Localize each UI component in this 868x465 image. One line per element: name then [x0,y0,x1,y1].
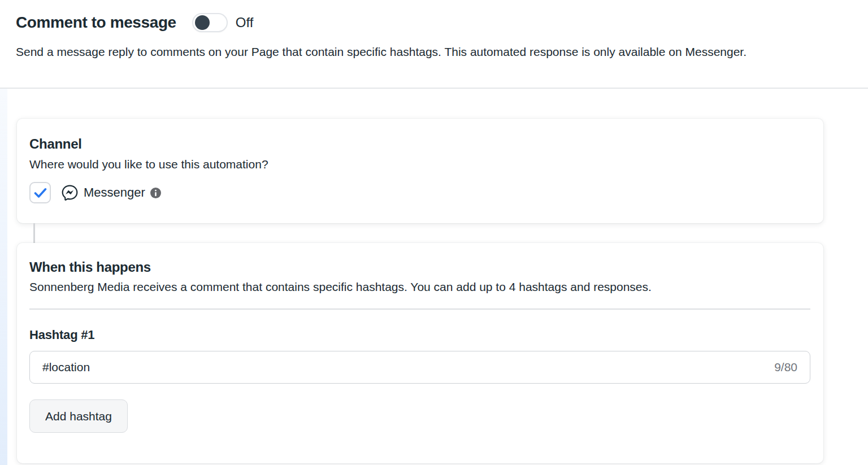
automation-header: Comment to message Off Send a message re… [0,0,868,59]
hashtag-input-field[interactable]: 9/80 [29,351,810,384]
messenger-label-group: Messenger [61,184,161,202]
card-connector-line [33,223,35,243]
trigger-heading: When this happens [29,259,810,276]
add-hashtag-button[interactable]: Add hashtag [29,399,128,433]
comment-to-message-toggle[interactable] [192,13,228,32]
trigger-description: Sonnenberg Media receives a comment that… [29,280,810,294]
channel-card: Channel Where would you like to use this… [17,119,823,223]
hashtag-input[interactable] [42,360,765,374]
page-left-edge-shade [0,89,7,465]
messenger-option-row: Messenger [29,182,810,203]
channel-question: Where would you like to use this automat… [29,157,810,171]
trigger-divider [29,308,810,310]
title-row: Comment to message Off [16,12,852,33]
info-icon[interactable] [150,188,161,198]
hashtag-1-label: Hashtag #1 [29,328,810,341]
toggle-knob [195,15,210,30]
messenger-checkbox[interactable] [29,182,51,203]
checkmark-icon [34,188,47,198]
character-counter: 9/80 [774,360,797,374]
page-description: Send a message reply to comments on your… [16,45,852,59]
channel-heading: Channel [29,136,810,153]
when-this-happens-card: When this happens Sonnenberg Media recei… [17,243,823,463]
messenger-label: Messenger [84,185,145,200]
messenger-icon [61,184,79,202]
header-divider [0,88,868,89]
page-title: Comment to message [16,12,176,33]
automation-body: Channel Where would you like to use this… [17,119,868,463]
toggle-state-label: Off [236,15,254,31]
